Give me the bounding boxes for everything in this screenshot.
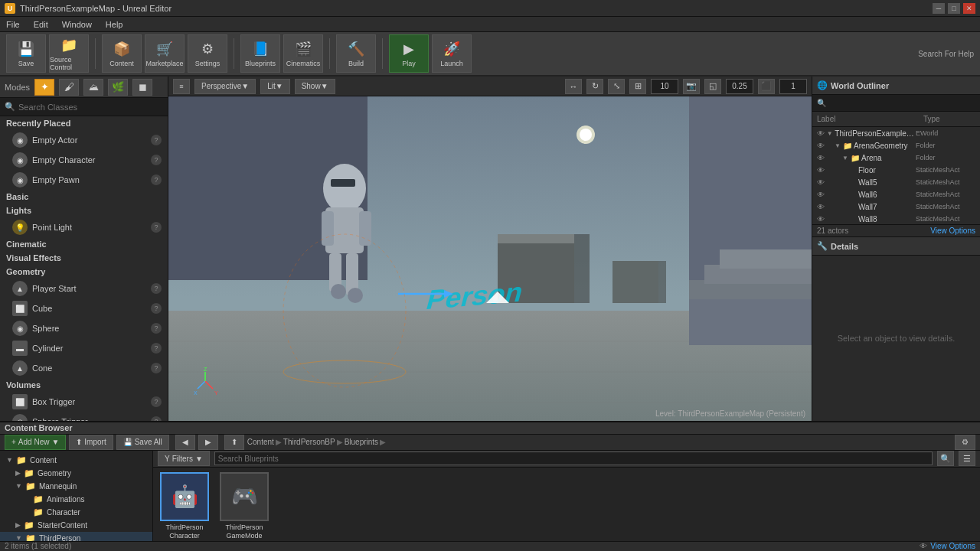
list-item[interactable]: ◉ Empty Pawn ? <box>0 170 168 190</box>
visibility-icon[interactable]: 👁 <box>815 201 826 212</box>
close-button[interactable]: ✕ <box>963 3 975 14</box>
list-item[interactable]: 💡 Point Light ? <box>0 217 168 237</box>
viewport[interactable]: ≡ Perspective▼ Lit▼ Show▼ ↔ ↻ ⤡ ⊞ 10 📷 ◱… <box>168 77 812 421</box>
folder-item[interactable]: ▶ 📁 Character <box>0 506 152 519</box>
back-button[interactable]: ◀ <box>175 435 195 450</box>
empty-character-info[interactable]: ? <box>151 155 162 165</box>
list-item[interactable]: ◉ Empty Character ? <box>0 150 168 170</box>
cylinder-info[interactable]: ? <box>151 343 162 354</box>
snap-icon[interactable]: ⊞ <box>629 79 646 94</box>
placement-mode-button[interactable]: ✦ <box>34 79 54 96</box>
outliner-item[interactable]: 👁 ▶ Wall5 StaticMeshAct <box>812 176 980 188</box>
folder-item[interactable]: ▼ 📁 Mannequin <box>0 480 152 493</box>
visibility-icon[interactable]: 👁 <box>815 152 826 163</box>
import-button[interactable]: ⬆ Import <box>69 435 113 450</box>
cinematic-header[interactable]: Cinematic <box>0 237 168 251</box>
label-col-header[interactable]: Label <box>812 115 919 123</box>
filters-button[interactable]: Y Filters▼ <box>158 451 210 466</box>
outliner-item[interactable]: 👁 ▶ Wall8 StaticMeshAct <box>812 213 980 224</box>
type-col-header[interactable]: Type <box>919 115 980 123</box>
add-new-button[interactable]: + Add New ▼ <box>5 435 66 450</box>
visual-effects-header[interactable]: Visual Effects <box>0 251 168 265</box>
visibility-icon[interactable]: 👁 <box>815 165 826 175</box>
geometry-header[interactable]: Geometry <box>0 265 168 279</box>
folder-item[interactable]: ▼ 📁 ThirdPerson <box>0 532 152 541</box>
settings-button-cb[interactable]: ⚙ <box>955 435 975 450</box>
visibility-icon[interactable]: 👁 <box>815 140 826 151</box>
translate-icon[interactable]: ↔ <box>565 79 582 94</box>
menu-help[interactable]: Help <box>103 20 126 29</box>
visibility-icon[interactable]: 👁 <box>815 189 826 200</box>
outliner-item[interactable]: 👁 ▶ Floor StaticMeshAct <box>812 164 980 176</box>
list-item[interactable]: ⬜ Cube ? <box>0 298 168 318</box>
view-type-button[interactable]: ☰ <box>959 451 975 466</box>
sphere-info[interactable]: ? <box>151 323 162 334</box>
folder-item[interactable]: ▶ 📁 Animations <box>0 493 152 506</box>
show-button[interactable]: Show▼ <box>295 79 335 94</box>
layers-value[interactable]: 1 <box>779 79 807 94</box>
breadcrumb-content[interactable]: Content <box>247 438 274 446</box>
cube-info[interactable]: ? <box>151 303 162 314</box>
viewport-canvas[interactable]: Person <box>168 96 812 421</box>
outliner-search-input[interactable] <box>826 99 975 107</box>
grid-size-value[interactable]: 10 <box>651 79 678 94</box>
list-item[interactable]: ▲ Player Start ? <box>0 279 168 298</box>
menu-edit[interactable]: Edit <box>31 20 51 29</box>
landscape-mode-button[interactable]: ⛰ <box>83 79 103 96</box>
breadcrumb-blueprints[interactable]: Blueprints <box>345 438 378 446</box>
scale-display[interactable]: 0.25 <box>726 79 753 94</box>
launch-button[interactable]: 🚀 Launch <box>432 34 472 73</box>
search-classes-input[interactable] <box>18 103 163 112</box>
list-item[interactable]: ◉ Sphere Trigger ? <box>0 412 168 421</box>
view-options-link[interactable]: View Options <box>930 227 975 235</box>
lit-button[interactable]: Lit▼ <box>260 79 289 94</box>
visibility-icon[interactable]: 👁 <box>815 128 826 139</box>
folder-item[interactable]: ▼ 📁 Content <box>0 454 152 467</box>
outliner-item[interactable]: 👁 ▼ 📁 Arena Folder <box>812 152 980 164</box>
list-item[interactable]: ◉ Empty Actor ? <box>0 130 168 150</box>
menu-file[interactable]: File <box>3 20 23 29</box>
list-item[interactable]: ◉ Sphere ? <box>0 318 168 338</box>
save-button[interactable]: 💾 Save <box>6 34 46 73</box>
paint-mode-button[interactable]: 🖌 <box>59 79 79 96</box>
outliner-item[interactable]: 👁 ▶ Wall7 StaticMeshAct <box>812 201 980 213</box>
search-assets-input[interactable] <box>218 455 929 463</box>
box-trigger-info[interactable]: ? <box>151 396 162 407</box>
cinematics-button[interactable]: 🎬 Cinematics <box>283 34 323 73</box>
recently-placed-header[interactable]: Recently Placed <box>0 116 168 130</box>
camera-icon[interactable]: 📷 <box>683 79 700 94</box>
visibility-icon[interactable]: 👁 <box>815 214 826 224</box>
scale-icon[interactable]: ⤡ <box>608 79 625 94</box>
content-button[interactable]: 📦 Content <box>102 34 142 73</box>
menu-window[interactable]: Window <box>59 20 95 29</box>
outliner-item[interactable]: 👁 ▼ 📁 ArenaGeometry Folder <box>812 139 980 152</box>
lights-header[interactable]: Lights <box>0 204 168 217</box>
player-start-info[interactable]: ? <box>151 283 162 294</box>
blueprints-button[interactable]: 📘 Blueprints <box>240 34 280 73</box>
outliner-item[interactable]: 👁 ▼ ThirdPersonExampleMap EWorld <box>812 127 980 139</box>
breadcrumb-thirdpersonbp[interactable]: ThirdPersonBP <box>283 438 335 446</box>
marketplace-button[interactable]: 🛒 Marketplace <box>145 34 185 73</box>
foliage-mode-button[interactable]: 🌿 <box>108 79 128 96</box>
view-options-label[interactable]: View Options <box>930 542 975 550</box>
minimize-button[interactable]: ─ <box>933 3 945 14</box>
viewport-options-button[interactable]: ≡ <box>173 79 190 94</box>
save-all-button[interactable]: 💾 Save All <box>116 435 169 450</box>
folder-item[interactable]: ▶ 📁 StarterContent <box>0 519 152 532</box>
asset-thirdperson-gamemode[interactable]: 🎮 ThirdPersonGameMode <box>217 472 271 540</box>
source-control-button[interactable]: 📁 Source Control <box>49 34 89 73</box>
settings-button[interactable]: ⚙ Settings <box>188 34 227 73</box>
build-button[interactable]: 🔨 Build <box>336 34 376 73</box>
maximize-viewport-icon[interactable]: ◱ <box>704 79 721 94</box>
maximize-button[interactable]: □ <box>948 3 960 14</box>
cone-info[interactable]: ? <box>151 363 162 373</box>
folder-item[interactable]: ▶ 📁 Geometry <box>0 467 152 480</box>
outliner-item[interactable]: 👁 ▶ Wall6 StaticMeshAct <box>812 188 980 201</box>
list-item[interactable]: ▲ Cone ? <box>0 358 168 378</box>
asset-thirdperson-character[interactable]: 🤖 ThirdPersonCharacter <box>158 472 211 540</box>
play-button[interactable]: ▶ Play <box>389 34 429 73</box>
geometry-mode-button[interactable]: ◼ <box>132 79 152 96</box>
rotate-icon[interactable]: ↻ <box>586 79 603 94</box>
list-item[interactable]: ▬ Cylinder ? <box>0 338 168 358</box>
perspective-button[interactable]: Perspective▼ <box>194 79 256 94</box>
